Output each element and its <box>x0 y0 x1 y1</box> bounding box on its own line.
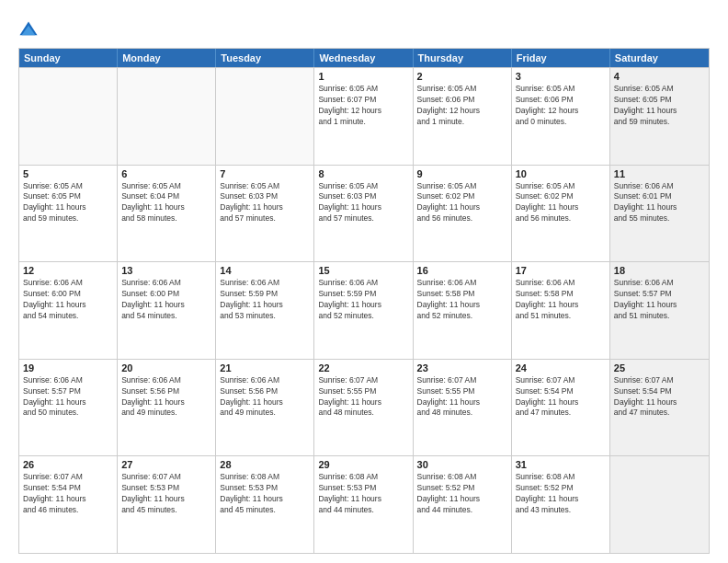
day-number: 26 <box>23 459 113 470</box>
empty-cell-0-0 <box>19 68 118 165</box>
day-number: 25 <box>614 362 705 373</box>
logo-icon <box>18 20 39 40</box>
cell-info: Sunrise: 6:08 AM Sunset: 5:53 PM Dayligh… <box>318 472 408 516</box>
day-cell-12: 12Sunrise: 6:06 AM Sunset: 6:00 PM Dayli… <box>19 262 118 359</box>
day-number: 8 <box>318 168 408 179</box>
day-number: 24 <box>516 362 606 373</box>
day-cell-5: 5Sunrise: 6:05 AM Sunset: 6:05 PM Daylig… <box>19 166 118 262</box>
day-cell-21: 21Sunrise: 6:06 AM Sunset: 5:56 PM Dayli… <box>216 360 314 456</box>
day-number: 1 <box>318 71 408 82</box>
day-number: 2 <box>417 71 507 82</box>
cell-info: Sunrise: 6:05 AM Sunset: 6:02 PM Dayligh… <box>417 181 507 225</box>
day-cell-26: 26Sunrise: 6:07 AM Sunset: 5:54 PM Dayli… <box>19 456 118 553</box>
calendar-body: 1Sunrise: 6:05 AM Sunset: 6:07 PM Daylig… <box>19 67 709 553</box>
day-cell-29: 29Sunrise: 6:08 AM Sunset: 5:53 PM Dayli… <box>314 456 413 553</box>
day-cell-10: 10Sunrise: 6:05 AM Sunset: 6:02 PM Dayli… <box>512 166 610 262</box>
calendar-row-5: 26Sunrise: 6:07 AM Sunset: 5:54 PM Dayli… <box>19 455 709 553</box>
day-cell-22: 22Sunrise: 6:07 AM Sunset: 5:55 PM Dayli… <box>314 360 413 456</box>
day-number: 17 <box>516 265 606 276</box>
day-number: 16 <box>417 265 507 276</box>
day-number: 20 <box>121 362 211 373</box>
day-cell-28: 28Sunrise: 6:08 AM Sunset: 5:53 PM Dayli… <box>216 456 314 553</box>
cell-info: Sunrise: 6:06 AM Sunset: 5:58 PM Dayligh… <box>417 278 507 322</box>
cell-info: Sunrise: 6:06 AM Sunset: 6:00 PM Dayligh… <box>23 278 113 322</box>
cell-info: Sunrise: 6:06 AM Sunset: 6:00 PM Dayligh… <box>121 278 211 322</box>
day-number: 22 <box>318 362 408 373</box>
cell-info: Sunrise: 6:05 AM Sunset: 6:06 PM Dayligh… <box>417 84 507 128</box>
cell-info: Sunrise: 6:06 AM Sunset: 5:58 PM Dayligh… <box>516 278 606 322</box>
cell-info: Sunrise: 6:07 AM Sunset: 5:55 PM Dayligh… <box>318 375 408 419</box>
header-day-saturday: Saturday <box>610 49 709 67</box>
cell-info: Sunrise: 6:08 AM Sunset: 5:52 PM Dayligh… <box>516 472 606 516</box>
header-day-friday: Friday <box>512 49 610 67</box>
page: SundayMondayTuesdayWednesdayThursdayFrid… <box>0 0 728 563</box>
cell-info: Sunrise: 6:05 AM Sunset: 6:03 PM Dayligh… <box>220 181 310 225</box>
cell-info: Sunrise: 6:06 AM Sunset: 5:59 PM Dayligh… <box>220 278 310 322</box>
day-cell-8: 8Sunrise: 6:05 AM Sunset: 6:03 PM Daylig… <box>314 166 413 262</box>
header-day-monday: Monday <box>118 49 216 67</box>
logo <box>18 20 42 40</box>
day-cell-6: 6Sunrise: 6:05 AM Sunset: 6:04 PM Daylig… <box>118 166 216 262</box>
day-cell-2: 2Sunrise: 6:05 AM Sunset: 6:06 PM Daylig… <box>414 68 512 165</box>
day-number: 11 <box>614 168 705 179</box>
cell-info: Sunrise: 6:06 AM Sunset: 5:56 PM Dayligh… <box>121 375 211 419</box>
day-number: 30 <box>417 459 507 470</box>
day-cell-31: 31Sunrise: 6:08 AM Sunset: 5:52 PM Dayli… <box>512 456 610 553</box>
cell-info: Sunrise: 6:07 AM Sunset: 5:54 PM Dayligh… <box>516 375 606 419</box>
header-day-sunday: Sunday <box>19 49 118 67</box>
day-number: 31 <box>516 459 606 470</box>
day-cell-24: 24Sunrise: 6:07 AM Sunset: 5:54 PM Dayli… <box>512 360 610 456</box>
day-cell-1: 1Sunrise: 6:05 AM Sunset: 6:07 PM Daylig… <box>314 68 413 165</box>
calendar: SundayMondayTuesdayWednesdayThursdayFrid… <box>18 48 710 554</box>
day-number: 7 <box>220 168 310 179</box>
cell-info: Sunrise: 6:08 AM Sunset: 5:52 PM Dayligh… <box>417 472 507 516</box>
cell-info: Sunrise: 6:08 AM Sunset: 5:53 PM Dayligh… <box>220 472 310 516</box>
day-cell-9: 9Sunrise: 6:05 AM Sunset: 6:02 PM Daylig… <box>414 166 512 262</box>
cell-info: Sunrise: 6:06 AM Sunset: 5:56 PM Dayligh… <box>220 375 310 419</box>
day-number: 12 <box>23 265 113 276</box>
day-cell-15: 15Sunrise: 6:06 AM Sunset: 5:59 PM Dayli… <box>314 262 413 359</box>
header-day-tuesday: Tuesday <box>216 49 314 67</box>
header-day-wednesday: Wednesday <box>314 49 413 67</box>
empty-cell-4-6 <box>610 456 709 553</box>
cell-info: Sunrise: 6:05 AM Sunset: 6:04 PM Dayligh… <box>121 181 211 225</box>
header-day-thursday: Thursday <box>414 49 512 67</box>
cell-info: Sunrise: 6:05 AM Sunset: 6:03 PM Dayligh… <box>318 181 408 225</box>
day-cell-25: 25Sunrise: 6:07 AM Sunset: 5:54 PM Dayli… <box>610 360 709 456</box>
cell-info: Sunrise: 6:06 AM Sunset: 5:57 PM Dayligh… <box>614 278 705 322</box>
day-cell-18: 18Sunrise: 6:06 AM Sunset: 5:57 PM Dayli… <box>610 262 709 359</box>
day-number: 3 <box>516 71 606 82</box>
day-cell-17: 17Sunrise: 6:06 AM Sunset: 5:58 PM Dayli… <box>512 262 610 359</box>
day-cell-11: 11Sunrise: 6:06 AM Sunset: 6:01 PM Dayli… <box>610 166 709 262</box>
day-cell-23: 23Sunrise: 6:07 AM Sunset: 5:55 PM Dayli… <box>414 360 512 456</box>
cell-info: Sunrise: 6:05 AM Sunset: 6:05 PM Dayligh… <box>23 181 113 225</box>
cell-info: Sunrise: 6:07 AM Sunset: 5:54 PM Dayligh… <box>23 472 113 516</box>
day-number: 14 <box>220 265 310 276</box>
day-number: 19 <box>23 362 113 373</box>
cell-info: Sunrise: 6:06 AM Sunset: 6:01 PM Dayligh… <box>614 181 705 225</box>
day-number: 13 <box>121 265 211 276</box>
day-number: 23 <box>417 362 507 373</box>
calendar-row-4: 19Sunrise: 6:06 AM Sunset: 5:57 PM Dayli… <box>19 359 709 456</box>
day-number: 29 <box>318 459 408 470</box>
cell-info: Sunrise: 6:07 AM Sunset: 5:55 PM Dayligh… <box>417 375 507 419</box>
day-number: 9 <box>417 168 507 179</box>
calendar-row-3: 12Sunrise: 6:06 AM Sunset: 6:00 PM Dayli… <box>19 261 709 359</box>
header <box>18 17 710 40</box>
day-cell-7: 7Sunrise: 6:05 AM Sunset: 6:03 PM Daylig… <box>216 166 314 262</box>
day-number: 27 <box>121 459 211 470</box>
day-cell-13: 13Sunrise: 6:06 AM Sunset: 6:00 PM Dayli… <box>118 262 216 359</box>
day-number: 15 <box>318 265 408 276</box>
cell-info: Sunrise: 6:05 AM Sunset: 6:02 PM Dayligh… <box>516 181 606 225</box>
day-cell-20: 20Sunrise: 6:06 AM Sunset: 5:56 PM Dayli… <box>118 360 216 456</box>
day-cell-3: 3Sunrise: 6:05 AM Sunset: 6:06 PM Daylig… <box>512 68 610 165</box>
day-cell-19: 19Sunrise: 6:06 AM Sunset: 5:57 PM Dayli… <box>19 360 118 456</box>
calendar-header: SundayMondayTuesdayWednesdayThursdayFrid… <box>19 49 709 67</box>
cell-info: Sunrise: 6:05 AM Sunset: 6:07 PM Dayligh… <box>318 84 408 128</box>
cell-info: Sunrise: 6:06 AM Sunset: 5:59 PM Dayligh… <box>318 278 408 322</box>
cell-info: Sunrise: 6:07 AM Sunset: 5:53 PM Dayligh… <box>121 472 211 516</box>
cell-info: Sunrise: 6:05 AM Sunset: 6:05 PM Dayligh… <box>614 84 705 128</box>
empty-cell-0-2 <box>216 68 314 165</box>
cell-info: Sunrise: 6:07 AM Sunset: 5:54 PM Dayligh… <box>614 375 705 419</box>
day-cell-4: 4Sunrise: 6:05 AM Sunset: 6:05 PM Daylig… <box>610 68 709 165</box>
